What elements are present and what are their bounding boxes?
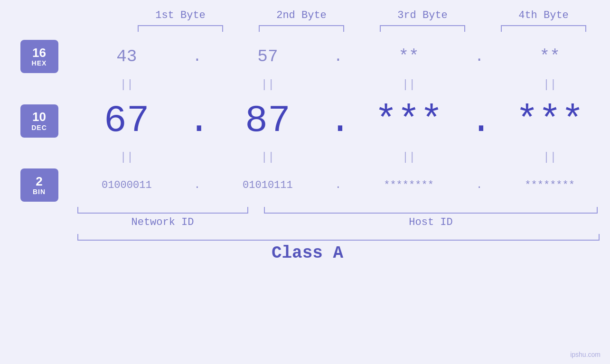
dot-hex-1: .	[193, 48, 202, 65]
network-id-label: Network ID	[131, 216, 194, 228]
eq-2: ||	[261, 78, 275, 91]
bracket-byte-2	[259, 25, 344, 32]
dot-bin-1: .	[194, 179, 200, 191]
dot-bin-2: .	[335, 179, 341, 191]
bracket-byte-1	[138, 25, 223, 32]
dot-hex-2: .	[334, 48, 343, 65]
bin-val-3: ********	[384, 179, 434, 191]
byte-label-4: 4th Byte	[491, 9, 596, 21]
host-id-label: Host ID	[409, 216, 452, 228]
badge-dec: 10 DEC	[20, 104, 58, 138]
bracket-byte-3	[380, 25, 465, 32]
bin-val-2: 01010111	[243, 179, 293, 191]
hex-val-1: 43	[116, 47, 137, 66]
bracket-byte-4	[501, 25, 586, 32]
dot-dec-1: .	[188, 99, 210, 142]
dot-dec-3: .	[470, 99, 493, 142]
badge-bin: 2 BIN	[20, 168, 58, 202]
hex-val-4: **	[540, 47, 560, 66]
hex-val-3: **	[398, 47, 419, 66]
dec-val-3: ***	[375, 99, 443, 142]
eq2-3: ||	[402, 151, 416, 164]
eq-4: ||	[543, 78, 557, 91]
dec-val-4: ***	[516, 99, 584, 142]
hex-val-2: 57	[257, 47, 278, 66]
eq2-1: ||	[120, 151, 133, 164]
watermark: ipshu.com	[570, 351, 601, 358]
byte-label-1: 1st Byte	[128, 9, 233, 21]
dec-val-1: 67	[104, 99, 150, 142]
dot-hex-3: .	[475, 48, 484, 65]
dot-bin-3: .	[476, 179, 482, 191]
bin-val-1: 01000011	[102, 179, 152, 191]
dec-val-2: 87	[245, 99, 291, 142]
eq2-4: ||	[543, 151, 557, 164]
eq-1: ||	[120, 78, 133, 91]
class-label: Class A	[272, 243, 343, 263]
eq2-2: ||	[261, 151, 275, 164]
dot-dec-2: .	[328, 99, 351, 142]
eq-3: ||	[402, 78, 416, 91]
badge-hex: 16 HEX	[20, 40, 58, 73]
bin-val-4: ********	[525, 179, 575, 191]
byte-label-2: 2nd Byte	[249, 9, 354, 21]
byte-label-3: 3rd Byte	[370, 9, 475, 21]
main-container: 1st Byte 2nd Byte 3rd Byte 4th Byte 16 H…	[0, 0, 610, 364]
